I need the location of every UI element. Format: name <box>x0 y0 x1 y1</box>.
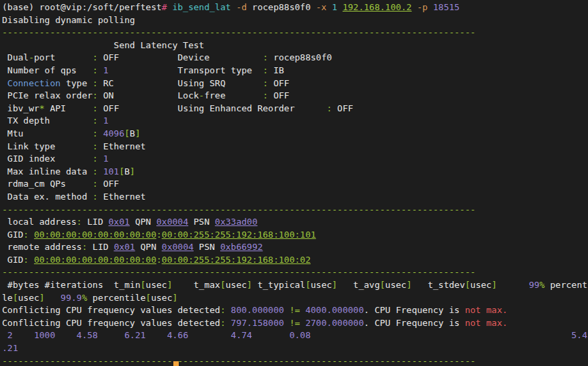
param-line-connection: Connection type : RC Using SRQ : OFF <box>2 77 588 90</box>
result-row-line-1: 2 1000 4.58 6.21 4.66 4.74 0.08 5.45 <box>2 329 588 342</box>
separator-line: ----------------------------------------… <box>2 266 588 279</box>
table-header-line-1: #bytes #iterations t_min[usec] t_max[use… <box>2 279 588 292</box>
result-row-line-2: .21 <box>2 342 588 355</box>
param-line-rdma-cm: rdma_cm QPs : OFF <box>2 178 588 191</box>
test-title-line: Send Latency Test <box>2 39 588 52</box>
param-line-mtu: Mtu : 4096[B] <box>2 128 588 141</box>
param-line-pcie: PCIe relax order: ON Lock-free : OFF <box>2 90 588 103</box>
param-line-tx-depth: TX depth : 1 <box>2 115 588 128</box>
cpu-warning-line-2: Conflicting CPU frequency values detecte… <box>2 317 588 330</box>
prompt-line: (base) root@vip:/soft/perftest# ib_send_… <box>2 1 588 14</box>
remote-gid-line: GID: 00:00:00:00:00:00:00:00:00:00:255:2… <box>2 254 588 267</box>
param-line-ibv-wr: ibv_wr* API : OFF Using Enhanced Reorder… <box>2 103 588 115</box>
separator-line: ----------------------------------------… <box>2 355 588 366</box>
param-line-gid-index: GID index : 1 <box>2 153 588 166</box>
param-line-data-ex: Data ex. method : Ethernet <box>2 191 588 204</box>
local-address-line: local address: LID 0x01 QPN 0x0004 PSN 0… <box>2 216 588 229</box>
local-gid-line: GID: 00:00:00:00:00:00:00:00:00:00:255:2… <box>2 229 588 242</box>
param-line-dual-port: Dual-port : OFF Device : rocep88s0f0 <box>2 52 588 65</box>
cpu-warning-line-1: Conflicting CPU frequency values detecte… <box>2 304 588 317</box>
param-line-max-inline: Max inline data : 101[B] <box>2 166 588 179</box>
separator-line: ----------------------------------------… <box>2 204 588 217</box>
table-header-line-2: le[usec] 99.9% percentile[usec] <box>2 292 588 305</box>
separator-line: ----------------------------------------… <box>2 26 588 39</box>
terminal-cursor <box>173 361 179 366</box>
remote-address-line: remote address: LID 0x01 QPN 0x0004 PSN … <box>2 241 588 254</box>
terminal-screen[interactable]: (base) root@vip:/soft/perftest# ib_send_… <box>0 0 588 366</box>
output-line-dynamic-polling: Disabling dynamic polling <box>2 14 588 27</box>
param-line-qps: Number of qps : 1 Transport type : IB <box>2 65 588 77</box>
param-line-link-type: Link type : Ethernet <box>2 141 588 153</box>
